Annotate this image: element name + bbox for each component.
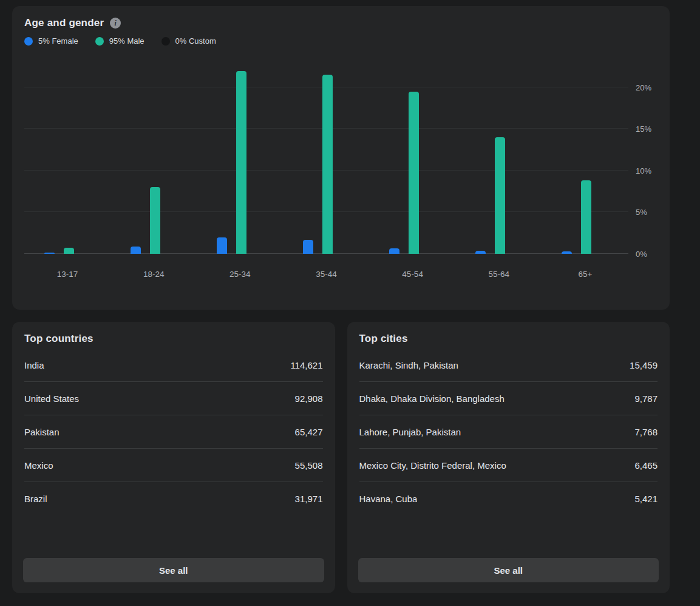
age-gender-header: Age and gender i	[24, 17, 658, 29]
legend-label: 95% Male	[109, 36, 144, 46]
legend-item-5-female: 5% Female	[24, 36, 78, 46]
list-item: Mexico City, Distrito Federal, Mexico6,4…	[359, 449, 658, 482]
list-item-value: 92,908	[295, 393, 323, 404]
list-item: United States92,908	[24, 382, 323, 415]
list-item-value: 114,621	[290, 360, 322, 370]
bar-group-35-44	[274, 67, 361, 254]
x-label-55-64: 55-64	[456, 270, 542, 279]
list-item: Brazil31,971	[24, 482, 323, 516]
x-label-35-44: 35-44	[283, 270, 369, 279]
list-item-label: Pakistan	[24, 427, 59, 437]
x-axis-labels: 13-1718-2425-3435-4445-5455-6465+	[24, 270, 628, 279]
bar-female-13-17[interactable]	[44, 253, 55, 254]
y-tick-0pct: 0%	[636, 250, 647, 259]
bar-group-18-24	[102, 67, 188, 254]
top-cities-rows: Karachi, Sindh, Pakistan15,459Dhaka, Dha…	[359, 349, 658, 516]
list-item-label: Mexico	[24, 460, 53, 471]
bar-female-18-24[interactable]	[131, 247, 141, 254]
y-tick-15pct: 15%	[636, 124, 651, 134]
x-label-45-54: 45-54	[370, 270, 456, 279]
top-countries-title: Top countries	[24, 333, 323, 345]
bar-group-55-64	[447, 67, 534, 254]
list-item-value: 6,465	[634, 460, 658, 471]
list-item-label: India	[24, 360, 44, 370]
bar-male-45-54[interactable]	[409, 92, 419, 254]
legend-dot-0-custom	[161, 37, 170, 46]
list-item-value: 31,971	[295, 494, 323, 504]
list-item: India114,621	[24, 349, 323, 382]
top-cities-title: Top cities	[359, 333, 658, 345]
bar-female-25-34[interactable]	[217, 237, 227, 254]
bar-female-55-64[interactable]	[475, 251, 486, 254]
list-item-label: Havana, Cuba	[359, 494, 418, 504]
plot-area	[24, 67, 628, 254]
age-gender-card: Age and gender i 5% Female95% Male0% Cus…	[12, 6, 670, 310]
list-item: Havana, Cuba5,421	[359, 482, 658, 516]
age-gender-chart: 13-1718-2425-3435-4445-5455-6465+ 0%5%10…	[24, 67, 658, 279]
list-item-label: Dhaka, Dhaka Division, Bangladesh	[359, 393, 505, 404]
x-label-25-34: 25-34	[197, 270, 283, 279]
list-item-label: Brazil	[24, 494, 47, 504]
list-item-label: Karachi, Sindh, Pakistan	[359, 360, 458, 370]
x-label-65: 65+	[542, 270, 628, 279]
list-item-label: Lahore, Punjab, Pakistan	[359, 427, 461, 437]
info-icon[interactable]: i	[110, 18, 121, 29]
list-item: Mexico55,508	[24, 449, 323, 482]
legend-item-0-custom: 0% Custom	[161, 36, 216, 46]
chart-title: Age and gender	[24, 17, 104, 29]
top-countries-card: Top countries India114,621United States9…	[12, 322, 335, 593]
y-tick-20pct: 20%	[636, 83, 651, 92]
bar-male-25-34[interactable]	[236, 71, 246, 254]
legend-label: 5% Female	[38, 36, 78, 46]
bar-male-35-44[interactable]	[322, 75, 333, 254]
list-item-value: 9,787	[634, 393, 658, 404]
bar-group-45-54	[361, 67, 447, 254]
legend-label: 0% Custom	[175, 36, 216, 46]
list-item-label: United States	[24, 393, 79, 404]
legend-item-95-male: 95% Male	[95, 36, 144, 46]
bar-female-35-44[interactable]	[303, 240, 313, 254]
top-countries-rows: India114,621United States92,908Pakistan6…	[24, 349, 323, 516]
list-item-value: 55,508	[295, 460, 323, 471]
top-cities-see-all-button[interactable]: See all	[358, 558, 659, 582]
bar-male-65[interactable]	[581, 180, 591, 254]
y-axis-ticks: 0%5%10%15%20%	[628, 67, 658, 254]
legend-dot-95-male	[95, 37, 104, 46]
top-cities-card: Top cities Karachi, Sindh, Pakistan15,45…	[347, 322, 670, 593]
page: Age and gender i 5% Female95% Male0% Cus…	[0, 0, 700, 606]
list-item: Lahore, Punjab, Pakistan7,768	[359, 415, 658, 449]
bottom-row: Top countries India114,621United States9…	[12, 322, 670, 593]
top-countries-see-all-button[interactable]: See all	[23, 558, 324, 582]
bars-layer	[24, 67, 628, 254]
list-item: Karachi, Sindh, Pakistan15,459	[359, 349, 658, 382]
list-item: Pakistan65,427	[24, 415, 323, 449]
plot-column: 13-1718-2425-3435-4445-5455-6465+	[24, 67, 628, 279]
list-item-value: 65,427	[295, 427, 323, 437]
legend-dot-5-female	[24, 37, 33, 46]
bar-male-18-24[interactable]	[150, 187, 160, 254]
list-item-value: 5,421	[634, 494, 658, 504]
bar-group-25-34	[188, 67, 274, 254]
x-label-18-24: 18-24	[110, 270, 197, 279]
list-item-label: Mexico City, Distrito Federal, Mexico	[359, 460, 506, 471]
list-item-value: 7,768	[634, 427, 658, 437]
list-item-value: 15,459	[630, 360, 658, 370]
bar-male-13-17[interactable]	[64, 248, 74, 254]
list-item: Dhaka, Dhaka Division, Bangladesh9,787	[359, 382, 658, 415]
x-label-13-17: 13-17	[24, 270, 110, 279]
bar-female-65[interactable]	[562, 251, 572, 254]
y-tick-10pct: 10%	[636, 166, 651, 175]
bar-group-65	[534, 67, 620, 254]
y-tick-5pct: 5%	[636, 208, 647, 217]
bar-male-55-64[interactable]	[495, 137, 505, 254]
bar-female-45-54[interactable]	[389, 248, 399, 254]
chart-legend: 5% Female95% Male0% Custom	[24, 36, 658, 46]
bar-group-13-17	[16, 67, 102, 254]
